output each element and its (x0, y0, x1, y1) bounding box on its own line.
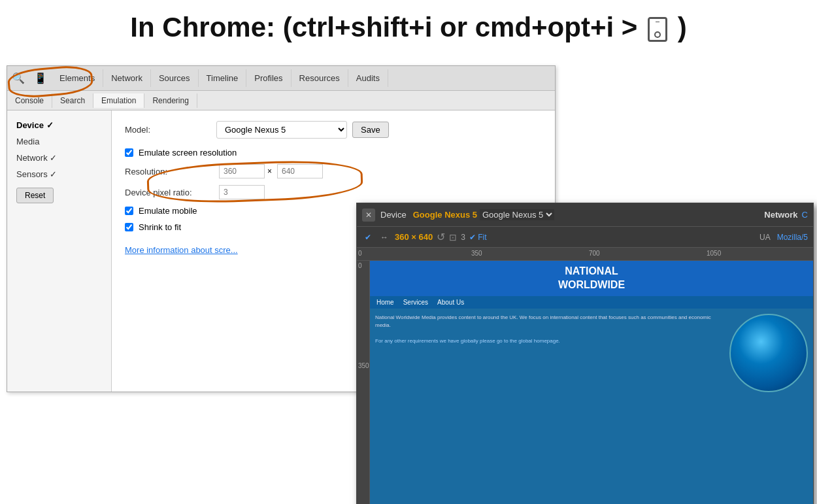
overlay-toolbar: ✔ ↔ 360 × 640 ↺ ⊡ 3 ✔ Fit UA Mozilla/5 (357, 227, 813, 248)
resolution-width-input[interactable] (219, 164, 265, 178)
nav-home: Home (376, 299, 394, 306)
emulate-screen-label: Emulate screen resolution (139, 148, 237, 158)
ua-value: Mozilla/5 (777, 233, 808, 242)
refresh-icon[interactable]: ↺ (437, 231, 445, 243)
preview-globe (729, 314, 808, 392)
emulate-mobile-label: Emulate mobile (139, 206, 197, 216)
preview-text: National Worldwide Media provides conten… (375, 314, 724, 392)
vruler-0: 0 (358, 262, 362, 269)
tab-audits[interactable]: Audits (348, 69, 388, 87)
overlay-ruler: 0 350 700 1050 (357, 248, 813, 261)
screenshot-icon[interactable]: ⊡ (449, 232, 457, 243)
vruler-350: 350 (358, 362, 369, 369)
overlay-dimensions: 360 × 640 (395, 232, 433, 242)
fit-label: ✔ Fit (469, 233, 487, 242)
search-icon-btn[interactable]: 🔍 (8, 69, 28, 88)
resolution-height-input[interactable] (277, 164, 323, 178)
ruler-label-0: 0 (358, 250, 362, 257)
preview-header: NATIONAL WORLDWIDE (370, 261, 813, 296)
ruler-label-1050: 1050 (707, 250, 721, 257)
model-select[interactable]: Google Nexus 5 (216, 121, 347, 139)
tab-sources[interactable]: Sources (151, 69, 199, 87)
preview-inner: NATIONAL WORLDWIDE Home Services About U… (370, 261, 813, 504)
overlay-header: ✕ Device Google Nexus 5 Google Nexus 5 N… (357, 203, 813, 227)
tab-resources[interactable]: Resources (292, 69, 348, 87)
page-title: In Chrome: (ctrl+shift+i or cmd+opt+i > … (0, 0, 817, 51)
subtab-console[interactable]: Console (7, 93, 52, 108)
subtab-search[interactable]: Search (52, 93, 93, 108)
preview-site-title-1: NATIONAL (376, 265, 807, 278)
cursor-icon[interactable]: ↔ (378, 231, 391, 243)
title-suffix: ) (678, 12, 687, 42)
sidebar-item-media[interactable]: Media (7, 133, 111, 150)
nav-about: About Us (437, 299, 464, 306)
ruler-label-350: 350 (471, 250, 482, 257)
preview-link-text: For any other requirements we have globa… (375, 337, 724, 345)
preview-content: National Worldwide Media provides conten… (370, 309, 813, 397)
model-row: Model: Google Nexus 5 Save (125, 121, 542, 139)
devtools-tab-bar: 🔍 📱 Elements Network Sources Timeline Pr… (7, 66, 555, 91)
sidebar-item-network[interactable]: Network ✓ (7, 150, 111, 166)
save-button[interactable]: Save (352, 122, 389, 138)
resolution-row: Resolution: × (125, 164, 542, 178)
overlay-network-label: Network (764, 210, 797, 220)
ua-label: UA (759, 233, 771, 242)
tab-profiles[interactable]: Profiles (246, 69, 291, 87)
overlay-panel: ✕ Device Google Nexus 5 Google Nexus 5 N… (356, 203, 814, 504)
sidebar-item-device[interactable]: Device ✓ (7, 117, 111, 133)
pixel-ratio-label: Device pixel ratio: (125, 188, 216, 197)
title-text: In Chrome: (ctrl+shift+i or cmd+opt+i > (130, 12, 645, 42)
sidebar-item-sensors[interactable]: Sensors ✓ (7, 166, 111, 182)
preview-area: 0 350 NATIONAL WORLDWIDE Home Services A… (357, 261, 813, 504)
emulate-screen-row: Emulate screen resolution (125, 148, 542, 158)
subtab-rendering[interactable]: Rendering (144, 93, 197, 108)
tab-network[interactable]: Network (103, 69, 151, 87)
preview-site-title-2: WORLDWIDE (376, 278, 807, 292)
rotate-icon[interactable]: ✔ (362, 231, 374, 243)
pixel-ratio-input[interactable] (219, 185, 265, 199)
overlay-device-select[interactable]: Google Nexus 5 (480, 209, 554, 220)
overlay-device-name: Google Nexus 5 (413, 210, 477, 220)
pixel-ratio-row: Device pixel ratio: (125, 185, 542, 199)
resolution-x: × (267, 167, 272, 176)
shrink-to-fit-checkbox[interactable] (125, 223, 133, 231)
overlay-device-label: Device (380, 210, 407, 220)
close-icon: ✕ (365, 210, 372, 220)
overlay-c-label: C (802, 210, 808, 220)
preview-paragraph: National Worldwide Media provides conten… (375, 314, 724, 329)
overlay-close-button[interactable]: ✕ (362, 209, 375, 222)
preview-nav: Home Services About Us (370, 296, 813, 309)
subtab-emulation[interactable]: Emulation (93, 93, 144, 108)
ruler-label-700: 700 (589, 250, 600, 257)
shrink-to-fit-label: Shrink to fit (139, 222, 181, 232)
phone-icon (648, 17, 667, 42)
tab-elements[interactable]: Elements (52, 69, 103, 87)
devtools-sidebar: Device ✓ Media Network ✓ Sensors ✓ Reset (7, 110, 112, 392)
overlay-count: 3 (461, 233, 465, 242)
reset-button[interactable]: Reset (16, 188, 54, 203)
devtools-subtab-bar: Console Search Emulation Rendering (7, 91, 555, 110)
tab-timeline[interactable]: Timeline (199, 69, 247, 87)
emulate-screen-checkbox[interactable] (125, 148, 133, 157)
resolution-label: Resolution: (125, 167, 216, 176)
device-icon-btn[interactable]: 📱 (31, 69, 50, 88)
model-label: Model: (125, 125, 216, 135)
emulate-mobile-checkbox[interactable] (125, 207, 133, 215)
vertical-ruler: 0 350 (357, 261, 370, 504)
overlay-preview: NATIONAL WORLDWIDE Home Services About U… (370, 261, 813, 504)
nav-services: Services (403, 299, 428, 306)
